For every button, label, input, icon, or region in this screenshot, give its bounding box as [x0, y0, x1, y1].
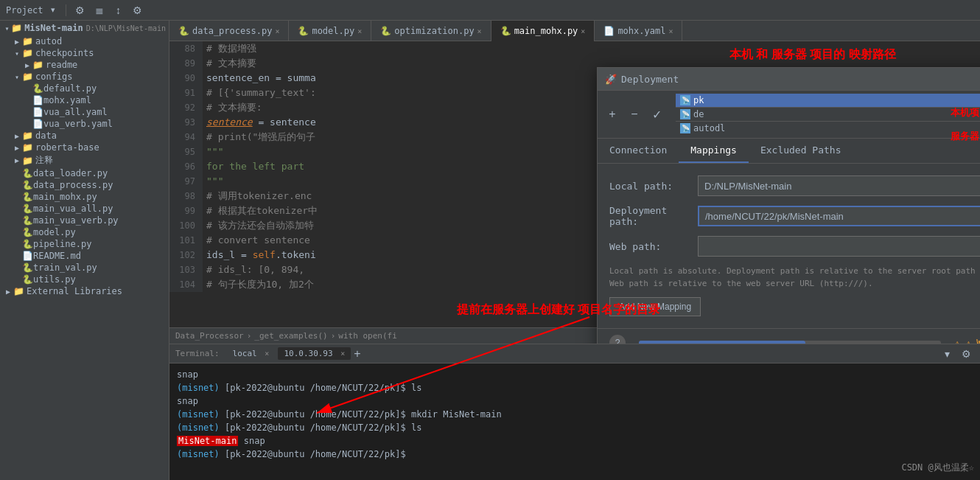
server-item-autodl[interactable]: 📡 autodl — [676, 122, 980, 135]
sidebar-item-model[interactable]: 🐍 model.py — [0, 226, 169, 238]
add-mapping-button[interactable]: Add New Mapping — [609, 297, 701, 316]
sidebar-item-main-vua-all[interactable]: 🐍 main_vua_all.py — [0, 203, 169, 215]
sidebar-item-readme[interactable]: ▶ 📁 readme — [0, 59, 169, 71]
list-icon[interactable]: ≣ — [91, 2, 108, 18]
tab-optimization-close[interactable]: × — [477, 27, 482, 35]
sidebar-item-configs[interactable]: ▾ 📁 configs — [0, 71, 169, 83]
tab-data-process[interactable]: 🐍 data_process.py × — [169, 21, 289, 41]
tab-excluded-paths[interactable]: Excluded Paths — [749, 139, 853, 163]
top-bar: Project ▾ ⚙ ≣ ↕ ⚙ — [0, 0, 980, 21]
dialog-titlebar: 🚀 Deployment × — [598, 68, 980, 91]
server-item-de[interactable]: 📡 de :3:22 — [676, 108, 980, 122]
root-arrow: ▾ — [3, 24, 11, 32]
project-dropdown-btn[interactable]: ▾ — [46, 4, 60, 16]
main-vua-verb-label: main_vua_verb.py — [33, 215, 119, 226]
web-path-input[interactable] — [698, 236, 980, 257]
sidebar-item-train-val[interactable]: 🐍 train_val.py — [0, 262, 169, 274]
main-vua-all-icon: 🐍 — [22, 204, 33, 214]
terminal-settings-btn[interactable]: ⚙ — [958, 346, 974, 362]
sidebar-item-roberta[interactable]: ▶ 📁 roberta-base — [0, 142, 169, 153]
sidebar-item-vua-verb[interactable]: 📄 vua_verb.yaml — [0, 118, 169, 130]
server-list-area: 📡 pk :3:22 📡 de :3:22 — [676, 94, 980, 135]
dialog-hint-text: Local path is absolute. Deployment path … — [609, 266, 980, 288]
settings-icon[interactable]: ⚙ — [130, 2, 146, 18]
root-label: MisNet-main — [24, 23, 83, 33]
breadcrumb-sep2: › — [331, 331, 336, 341]
sidebar-item-checkpoints[interactable]: ▾ 📁 checkpoints — [0, 47, 169, 59]
tab-main-mohx[interactable]: 🐍 main_mohx.py × — [491, 21, 595, 41]
vua-verb-label: vua_verb.yaml — [43, 119, 113, 129]
tab-model-label: model.py — [312, 26, 354, 36]
tab-data-process-close[interactable]: × — [275, 27, 279, 35]
local-path-input[interactable] — [698, 175, 980, 196]
data-loader-icon: 🐍 — [22, 168, 33, 178]
breadcrumb-data-processor: Data_Processor — [175, 331, 244, 341]
warning-text: ⚠ Web path is not specified. — [966, 338, 980, 344]
sidebar-item-main-mohx[interactable]: 🐍 main_mohx.py — [0, 191, 169, 203]
build-icon[interactable]: ⚙ — [72, 2, 88, 18]
notes-label: 注释 — [35, 154, 53, 167]
data-arrow: ▶ — [12, 132, 22, 140]
tab-model[interactable]: 🐍 model.py × — [289, 21, 371, 41]
sidebar-item-pipeline[interactable]: 🐍 pipeline.py — [0, 238, 169, 250]
tab-data-process-icon: 🐍 — [178, 26, 189, 36]
pipeline-icon: 🐍 — [22, 239, 33, 249]
tab-connection-label: Connection — [609, 145, 667, 156]
apply-btn[interactable]: ✓ — [648, 105, 665, 123]
sidebar-item-default-py[interactable]: 🐍 default.py — [0, 83, 169, 94]
deployment-path-row: Deployment path: 📁 — [609, 205, 980, 227]
sidebar-item-notes[interactable]: ▶ 📁 注释 — [0, 153, 169, 167]
terminal-local-close[interactable]: × — [265, 349, 269, 358]
terminal-down-btn[interactable]: ▾ — [939, 346, 955, 362]
ext-libs-icon: 📁 — [13, 286, 24, 296]
tab-mohx-yaml-close[interactable]: × — [668, 27, 673, 35]
pipeline-label: pipeline.py — [33, 239, 91, 249]
sidebar-item-vua-all[interactable]: 📄 vua_all.yaml — [0, 106, 169, 118]
bottom-panel: Terminal: local × 10.0.30.93 × + ▾ ⚙ sna — [169, 344, 980, 480]
editor-content: 88 # 数据增强 89 # 文本摘要 90 sentence_en = sum… — [169, 41, 980, 344]
tab-connection[interactable]: Connection — [598, 139, 679, 163]
roberta-label: roberta-base — [35, 142, 99, 153]
tab-main-mohx-close[interactable]: × — [581, 27, 585, 35]
add-server-btn[interactable]: + — [603, 105, 621, 123]
tab-main-mohx-label: main_mohx.py — [514, 26, 578, 36]
terminal-tab-remote[interactable]: 10.0.30.93 × — [278, 347, 351, 360]
sidebar-item-mohx-yaml[interactable]: 📄 mohx.yaml — [0, 94, 169, 106]
root-project-item[interactable]: ▾ 📁 MisNet-main D:\NLP\MisNet-main — [0, 21, 169, 35]
default-py-label: default.py — [43, 83, 97, 94]
model-label: model.py — [33, 227, 76, 237]
sidebar-item-data-process[interactable]: 🐍 data_process.py — [0, 179, 169, 191]
terminal-content: snap (misnet) [pk-2022@ubuntu /home/NCUT… — [169, 364, 980, 465]
server-name-de: de — [693, 109, 704, 119]
tab-mohx-yaml[interactable]: 📄 mohx.yaml × — [595, 21, 682, 41]
tab-mappings[interactable]: Mappings — [679, 139, 749, 163]
sidebar-item-utils[interactable]: 🐍 utils.py — [0, 274, 169, 285]
misnet-main-highlight: MisNet-main — [177, 436, 238, 446]
utils-label: utils.py — [33, 274, 76, 285]
tab-optimization[interactable]: 🐍 optimization.py × — [371, 21, 491, 41]
deployment-dialog: 🚀 Deployment × + − ✓ — [597, 67, 980, 344]
collapse-icon[interactable]: ↕ — [111, 2, 127, 18]
term-line-mkdir: (misnet) [pk-2022@ubuntu /home/NCUT/22/p… — [177, 408, 973, 421]
sidebar-item-autod[interactable]: ▶ 📁 autod — [0, 35, 169, 47]
sidebar-item-data[interactable]: ▶ 📁 data — [0, 130, 169, 142]
sidebar-item-readme-md[interactable]: 📄 README.md — [0, 250, 169, 262]
remove-server-btn[interactable]: − — [626, 105, 643, 123]
autod-label: autod — [35, 36, 62, 46]
server-item-pk[interactable]: 📡 pk :3:22 — [676, 94, 980, 108]
terminal-add-btn[interactable]: + — [354, 347, 360, 361]
server-icon-pk: 📡 — [680, 95, 690, 105]
editor-area: 🐍 data_process.py × 🐍 model.py × 🐍 optim… — [169, 21, 980, 480]
sidebar-item-main-vua-verb[interactable]: 🐍 main_vua_verb.py — [0, 215, 169, 226]
terminal-tab-local[interactable]: local × — [227, 347, 276, 360]
readme-folder-label: readme — [46, 60, 77, 70]
terminal-remote-close[interactable]: × — [340, 349, 345, 358]
sidebar-item-external-libs[interactable]: ▶ 📁 External Libraries — [0, 285, 169, 297]
sidebar-item-data-loader[interactable]: 🐍 data_loader.py — [0, 167, 169, 179]
root-path: D:\NLP\MisNet-main — [86, 24, 166, 32]
readme-md-icon: 📄 — [22, 251, 33, 261]
deployment-path-input[interactable] — [698, 206, 980, 226]
help-button[interactable]: ? — [609, 335, 626, 344]
tab-model-close[interactable]: × — [357, 27, 362, 35]
main-vua-verb-icon: 🐍 — [22, 215, 33, 226]
